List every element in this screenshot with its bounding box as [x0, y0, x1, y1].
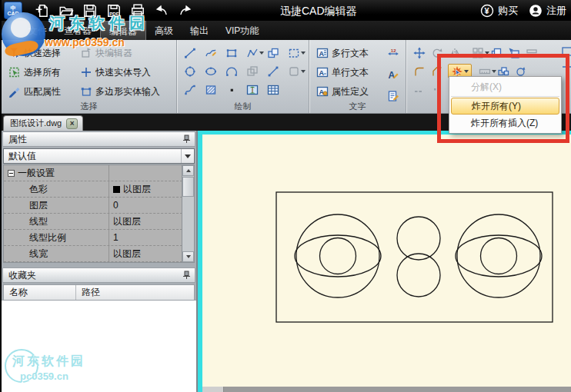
svg-text:¥: ¥	[485, 6, 490, 15]
pin-icon[interactable]	[182, 135, 191, 144]
ribbon-button-text[interactable]: A单行文本	[316, 64, 369, 81]
ribbon-button-region	[287, 63, 307, 79]
ribbon-button-copy-objects[interactable]	[489, 45, 506, 61]
drawing-canvas[interactable]	[198, 131, 571, 392]
ribbon-button-attribute[interactable]: A属性定义	[316, 83, 369, 100]
ribbon-button-hatch[interactable]	[204, 81, 224, 98]
open-icon[interactable]	[58, 3, 74, 18]
ribbon-button-select-all[interactable]: 选择所有	[8, 64, 61, 81]
ribbon-button-dots-1	[412, 83, 429, 99]
ribbon-button-entity-import[interactable]: 快速实体导入	[79, 64, 151, 81]
close-tab-icon[interactable]: ×	[66, 118, 78, 129]
chevron-down-icon	[259, 51, 264, 55]
block-editor-icon	[79, 47, 92, 60]
favorites-list[interactable]	[2, 300, 196, 392]
property-row-0[interactable]: 色彩以图层	[4, 181, 194, 198]
ribbon-button-insert-block[interactable]	[266, 45, 286, 61]
properties-panel-header: 属性	[2, 131, 195, 147]
menu-item-3[interactable]: 高级	[146, 21, 182, 40]
ribbon-group-select: 快速选择选择所有匹配属性 块编辑器快速实体导入多边形实体输入 选择	[2, 40, 177, 113]
favorites-title: 收藏夹	[8, 269, 36, 282]
ribbon-button-match-properties[interactable]: 匹配属性	[8, 83, 61, 100]
ribbon-button-freehand[interactable]	[204, 45, 224, 61]
menu-item-5[interactable]: VIP功能	[217, 21, 267, 40]
ribbon-button-fillet[interactable]	[412, 63, 429, 79]
circle-icon	[183, 65, 196, 78]
ribbon-button-arc[interactable]	[225, 63, 245, 79]
ribbon-button-table[interactable]	[266, 81, 286, 98]
ribbon-button-point[interactable]	[225, 81, 245, 98]
menu-option-0: 分解(X)	[449, 78, 561, 95]
chevron-down-icon	[464, 70, 469, 73]
undo-icon[interactable]	[154, 3, 169, 18]
horizontal-scrollbar[interactable]	[202, 387, 571, 392]
spline-icon	[183, 83, 196, 96]
ribbon-button-move[interactable]	[412, 45, 429, 61]
pin-icon[interactable]	[182, 271, 191, 280]
ribbon-button-image[interactable]	[245, 81, 265, 98]
ribbon-button-circle[interactable]	[183, 63, 203, 79]
register-button[interactable]: 注册	[529, 4, 566, 18]
app-logo-icon: 中CAD	[4, 2, 22, 19]
layout-bars-icon	[525, 46, 538, 59]
clipped-icon	[560, 61, 571, 74]
property-row-4[interactable]: 线宽以图层	[4, 246, 194, 262]
hscroll-thumb[interactable]	[202, 387, 224, 392]
column-name[interactable]: 名称	[4, 285, 76, 300]
polygon-entity-icon	[79, 85, 92, 98]
ribbon-button-dimension[interactable]: 12	[386, 45, 403, 61]
property-row-2[interactable]: 线型以图层	[4, 214, 194, 230]
menu-item-4[interactable]: 输出	[182, 21, 217, 40]
ribbon-button-mtext[interactable]: A多行文本	[316, 45, 369, 61]
redo-icon[interactable]	[178, 3, 193, 18]
chevron-down-icon	[181, 149, 194, 163]
svg-text:12: 12	[390, 48, 396, 52]
array-icon	[472, 46, 484, 59]
save-icon[interactable]	[82, 3, 98, 18]
document-tab[interactable]: 图纸设计.dwg ×	[3, 115, 83, 131]
buy-button[interactable]: ¥ 购买	[480, 4, 518, 18]
hatch-icon	[204, 83, 217, 96]
clipped-icon	[560, 45, 571, 58]
new-file-icon[interactable]	[35, 3, 50, 18]
column-path[interactable]: 路径	[76, 286, 100, 299]
ribbon-button-text-style[interactable]: A	[386, 66, 403, 82]
ribbon-button-insert[interactable]	[507, 45, 524, 61]
select-all-icon	[8, 66, 21, 79]
ribbon-button-block-editor: 块编辑器	[79, 45, 132, 61]
print-icon[interactable]	[130, 3, 145, 18]
property-row-1[interactable]: 图层0	[4, 198, 194, 214]
ribbon-button-rectangle[interactable]	[225, 45, 245, 61]
cad-shape-ellipse	[295, 235, 381, 277]
ribbon-button-boundary[interactable]	[287, 45, 307, 61]
menu-option-1[interactable]: 炸开所有(Y)	[451, 98, 559, 115]
menu-item-2[interactable]: 编辑器	[100, 21, 146, 40]
ribbon-button-line[interactable]	[183, 45, 203, 61]
scroll-up-icon[interactable]	[182, 165, 194, 176]
property-row-3[interactable]: 线型比例1	[4, 230, 194, 246]
ribbon-button-spline[interactable]	[183, 81, 203, 98]
ribbon-button-polygon-entity[interactable]: 多边形实体输入	[79, 83, 160, 100]
freehand-icon	[204, 46, 217, 59]
collapse-icon[interactable]	[8, 170, 15, 177]
menu-option-2[interactable]: 炸开所有插入(Z)	[449, 115, 561, 131]
image-icon	[245, 83, 259, 96]
ribbon-button-ellipse[interactable]	[204, 63, 224, 79]
ribbon-button-quick-select[interactable]: 快速选择	[8, 45, 61, 61]
scrollbar-thumb[interactable]	[182, 177, 194, 197]
menu-item-0[interactable]: 文件	[20, 21, 55, 40]
entity-import-icon	[79, 66, 92, 79]
boundary-icon	[287, 46, 300, 59]
property-scrollbar[interactable]	[182, 165, 194, 262]
ribbon-button-dots-2	[430, 83, 447, 99]
ribbon-button-polyline[interactable]	[245, 45, 265, 61]
save-pdf-icon[interactable]: PDF	[106, 3, 122, 18]
scroll-down-icon[interactable]	[182, 251, 194, 262]
cad-shape-circle	[481, 238, 517, 274]
property-preset-dropdown[interactable]: 默认值	[3, 148, 195, 164]
ribbon-group-text: A多行文本A单行文本A属性定义 12A 文字	[309, 40, 406, 113]
ribbon-button-chamfer[interactable]	[430, 63, 447, 79]
ribbon-button-multiline[interactable]	[266, 63, 286, 79]
svg-text:A: A	[319, 50, 324, 58]
menu-item-1[interactable]: 查看器	[55, 21, 100, 40]
